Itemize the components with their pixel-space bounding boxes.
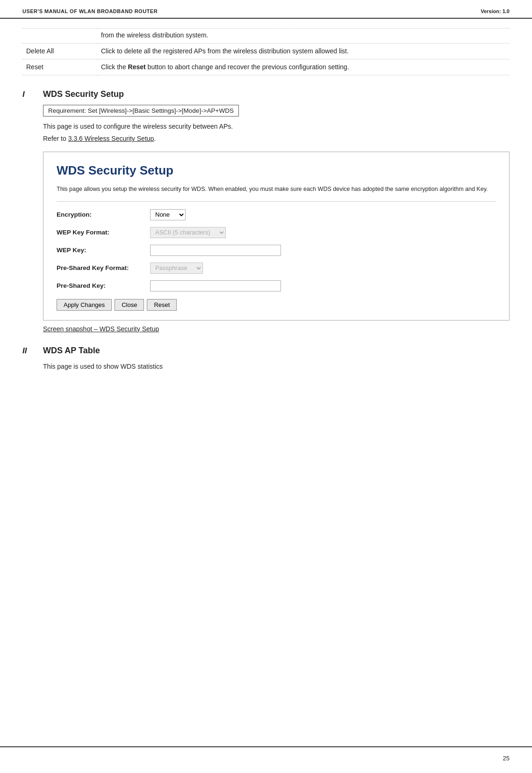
table-row: Reset Click the Reset button to abort ch… [22,59,510,75]
pre-shared-key-label: Pre-Shared Key: [57,282,150,289]
section-ii-desc: This page is used to show WDS statistics [43,361,510,372]
requirement-box: Requirement: Set [Wireless]->[Basic Sett… [43,105,239,117]
table-cell-label: Delete All [22,44,97,59]
footer-line [0,746,532,747]
pre-shared-key-row: Pre-Shared Key: [57,280,496,292]
table-cell-value: Click the Reset button to abort change a… [97,59,510,75]
section-ii-body: This page is used to show WDS statistics [43,361,510,372]
page-footer: 25 [503,755,510,762]
wireless-security-link[interactable]: 3.3.6 Wireless Security Setup [68,135,154,142]
table-row: Delete All Click to delete all the regis… [22,44,510,59]
header-right: Version: 1.0 [481,8,510,14]
main-content: from the wireless distribution system. D… [0,19,532,399]
doc-table: from the wireless distribution system. D… [22,28,510,75]
wds-box-desc: This page allows you setup the wireless … [57,184,496,202]
wds-box-title: WDS Security Setup [57,163,496,178]
desc2-suffix: . [154,135,156,142]
wep-key-row: WEP Key: [57,245,496,256]
wep-key-label: WEP Key: [57,247,150,254]
close-button[interactable]: Close [115,299,144,311]
pre-shared-key-format-row: Pre-Shared Key Format: Passphrase [57,263,496,274]
wep-key-format-row: WEP Key Format: ASCII (5 characters) [57,227,496,238]
pre-shared-key-input[interactable] [150,280,281,292]
apply-changes-button[interactable]: Apply Changes [57,299,112,311]
table-cell-label [22,29,97,44]
section-ii: II WDS AP Table This page is used to sho… [22,346,510,372]
section-num-ii: II [22,346,32,356]
screenshot-label: Screen snapshot – WDS Security Setup [43,325,510,333]
wds-security-box: WDS Security Setup This page allows you … [43,152,510,321]
button-row: Apply Changes Close Reset [57,299,496,311]
encryption-row: Encryption: None WEP WPA [57,209,496,220]
section-desc-2: Refer to 3.3.6 Wireless Security Setup. [43,133,510,144]
encryption-select[interactable]: None WEP WPA [150,209,186,220]
section-num-i: I [22,90,32,99]
page-number: 25 [503,755,510,762]
header-left: USER'S MANUAL OF WLAN BROADBAND ROUTER [22,8,158,14]
reset-button[interactable]: Reset [147,299,177,311]
section-i-body: Requirement: Set [Wireless]->[Basic Sett… [43,105,510,333]
table-cell-value: from the wireless distribution system. [97,29,510,44]
table-cell-label: Reset [22,59,97,75]
section-ii-heading: II WDS AP Table [22,346,510,356]
pre-shared-key-format-label: Pre-Shared Key Format: [57,264,150,271]
desc2-prefix: Refer to [43,135,68,142]
wep-key-format-select: ASCII (5 characters) [150,227,226,238]
section-i-heading: I WDS Security Setup [22,89,510,99]
pre-shared-key-format-select: Passphrase [150,263,203,274]
section-title-ii: WDS AP Table [43,346,100,356]
section-title-i: WDS Security Setup [43,89,124,99]
table-row: from the wireless distribution system. [22,29,510,44]
encryption-label: Encryption: [57,211,150,218]
table-cell-value: Click to delete all the registered APs f… [97,44,510,59]
section-desc-1: This page is used to configure the wirel… [43,121,510,131]
page-header: USER'S MANUAL OF WLAN BROADBAND ROUTER V… [0,0,532,19]
wep-key-format-label: WEP Key Format: [57,229,150,236]
wep-key-input[interactable] [150,245,281,256]
